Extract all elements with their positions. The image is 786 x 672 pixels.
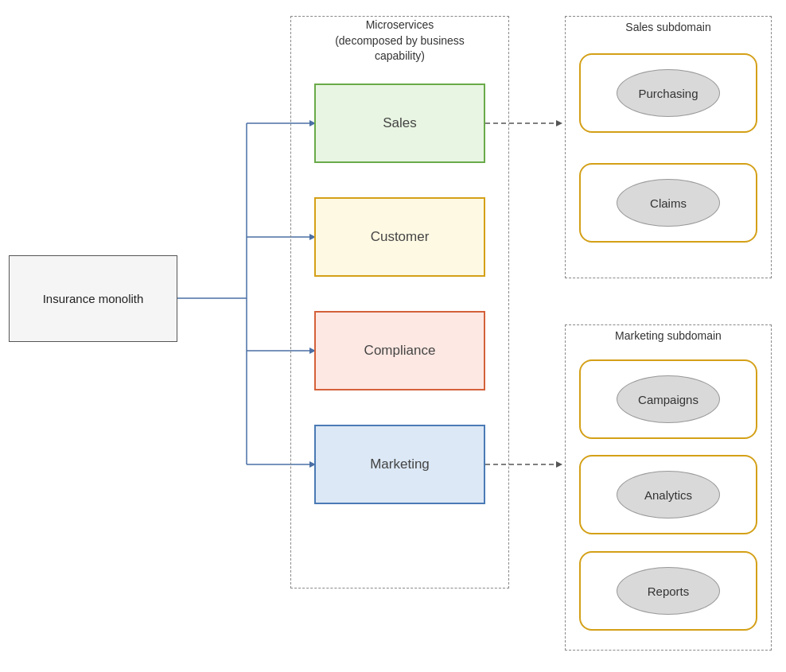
- ms-marketing-label: Marketing: [370, 456, 430, 472]
- campaigns-item: Campaigns: [579, 359, 757, 439]
- microservices-title: Microservices(decomposed by businesscapa…: [290, 17, 509, 64]
- diagram-canvas: Insurance monolith Microservices(decompo…: [0, 0, 786, 672]
- reports-item: Reports: [579, 551, 757, 631]
- claims-label: Claims: [650, 196, 687, 210]
- reports-label: Reports: [648, 585, 690, 598]
- svg-marker-11: [556, 120, 562, 126]
- campaigns-oval: Campaigns: [617, 375, 720, 423]
- claims-oval: Claims: [617, 179, 720, 227]
- marketing-subdomain-title: Marketing subdomain: [565, 329, 772, 342]
- sales-subdomain-title: Sales subdomain: [565, 21, 772, 33]
- analytics-label: Analytics: [644, 488, 692, 502]
- ms-compliance-box: Compliance: [314, 311, 485, 390]
- analytics-oval: Analytics: [617, 471, 720, 519]
- svg-marker-13: [556, 461, 562, 468]
- purchasing-oval: Purchasing: [617, 69, 720, 117]
- ms-sales-box: Sales: [314, 84, 485, 163]
- ms-customer-label: Customer: [371, 229, 430, 245]
- reports-oval: Reports: [617, 567, 720, 615]
- analytics-item: Analytics: [579, 455, 757, 534]
- ms-customer-box: Customer: [314, 197, 485, 277]
- monolith-label: Insurance monolith: [43, 292, 144, 305]
- claims-item: Claims: [579, 163, 757, 243]
- purchasing-item: Purchasing: [579, 53, 757, 133]
- ms-marketing-box: Marketing: [314, 425, 485, 504]
- purchasing-label: Purchasing: [638, 87, 698, 100]
- campaigns-label: Campaigns: [638, 393, 698, 406]
- ms-compliance-label: Compliance: [364, 343, 436, 359]
- monolith-box: Insurance monolith: [9, 255, 177, 342]
- ms-sales-label: Sales: [383, 115, 417, 131]
